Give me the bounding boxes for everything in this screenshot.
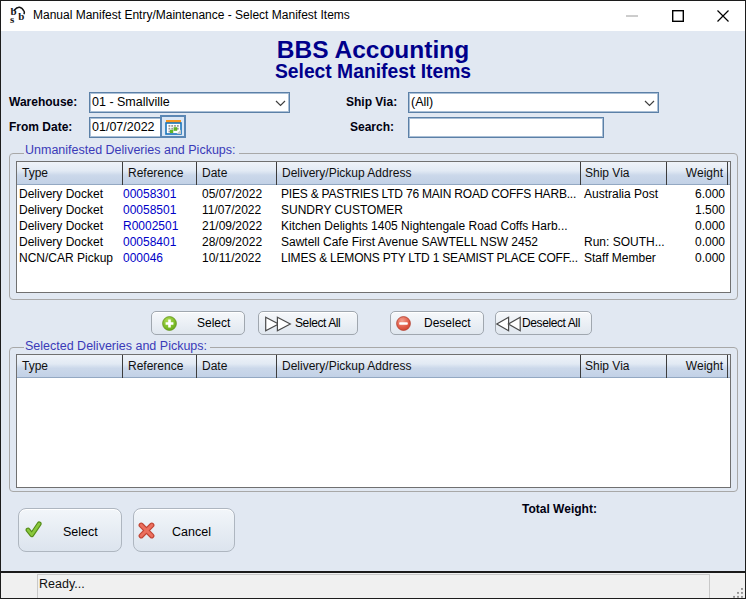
svg-text:s: s xyxy=(10,13,15,25)
